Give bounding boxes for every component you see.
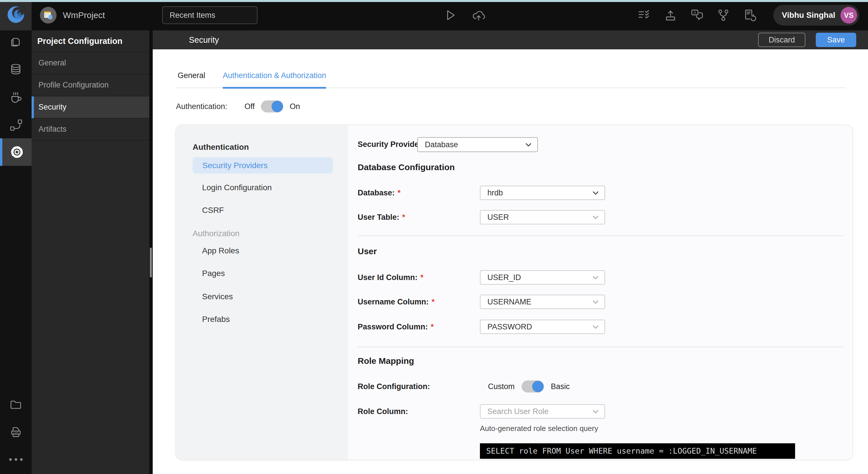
role-column-row: Role Column: Search User Role [358,404,847,419]
nav-item-csrf[interactable]: CSRF [202,206,224,215]
database-select[interactable]: hrdb [480,186,605,200]
sidebar-item-general[interactable]: General [32,52,149,74]
sidebar-item-security[interactable]: Security [32,96,149,119]
user-table-label: User Table:* [358,213,405,222]
authentication-label: Authentication: [176,102,227,111]
nav-item-services[interactable]: Services [202,292,233,301]
security-provider-row: Security Provider Database [358,137,847,152]
user-id-column-label: User Id Column:* [358,273,423,282]
chevron-down-icon [593,189,598,195]
toggle-on-label: On [290,102,300,111]
chevron-down-icon [593,214,598,219]
authorization-section-header: Authorization [193,229,239,238]
sidebar-item-profile-configuration[interactable]: Profile Configuration [32,74,149,96]
play-icon[interactable] [443,8,457,22]
switch-knob [532,381,544,392]
username-column-label: Username Column:* [358,297,435,307]
apis-icon[interactable] [0,114,32,136]
authentication-toggle-row: Authentication: Off On [176,100,300,113]
nav-item-login-configuration[interactable]: Login Configuration [202,183,272,192]
java-services-icon[interactable] [0,86,32,109]
recent-items-dropdown[interactable]: Recent Items [162,6,257,24]
security-inner-nav: Authentication Security Providers Login … [176,125,348,460]
nav-item-prefabs[interactable]: Prefabs [202,315,230,324]
wavemaker-wave-icon [6,5,26,26]
settings-gear-icon[interactable] [0,138,32,166]
nav-item-pages[interactable]: Pages [202,269,225,278]
discard-button[interactable]: Discard [758,33,805,47]
password-column-label: Password Column:* [358,322,434,331]
file-sync-icon[interactable] [743,8,756,22]
nav-item-app-roles[interactable]: App Roles [202,246,239,255]
more-dots-icon[interactable] [0,448,32,471]
role-configuration-toggle-group: Custom Basic [488,379,570,394]
project-chip[interactable]: WmProject [40,0,105,30]
database-label: Database:* [358,189,401,197]
required-asterisk: * [421,273,424,282]
username-column-select[interactable]: USERNAME [480,295,605,309]
security-provider-form: Security Provider Database Database Conf… [348,125,852,460]
project-icon [40,7,57,24]
logs-icon[interactable]: LOG [0,421,32,444]
checklist-icon[interactable] [637,8,651,22]
password-column-select[interactable]: PASSWORD [480,320,605,334]
save-button[interactable]: Save [816,33,856,47]
branch-icon[interactable] [716,8,730,22]
folder-icon[interactable] [0,393,32,416]
security-provider-value: Database [425,140,458,149]
pages-icon[interactable] [0,31,32,53]
password-column-value: PASSWORD [487,322,532,331]
database-configuration-heading: Database Configuration [358,162,455,172]
required-asterisk: * [402,213,405,222]
authentication-switch[interactable] [261,100,283,113]
username-column-row: Username Column:* USERNAME [358,294,847,309]
database-row: Database:* hrdb [358,185,847,200]
tab-general[interactable]: General [178,71,205,88]
svg-text:LOG: LOG [13,431,19,434]
nav-item-security-providers[interactable]: Security Providers [193,157,333,173]
user-id-column-select[interactable]: USER_ID [480,270,605,285]
wavemaker-logo-button[interactable] [0,0,32,30]
role-selection-query-code: SELECT role FROM User WHERE username = :… [480,443,795,459]
security-tabs: General Authentication & Authorization [175,71,846,88]
authentication-section-header: Authentication [193,143,249,152]
database-icon[interactable] [0,58,32,80]
scrollbar-thumb[interactable] [150,248,152,278]
section-divider [358,235,843,236]
topbar: WmProject Recent Items [0,0,868,30]
sidebar-item-artifacts[interactable]: Artifacts [32,119,149,140]
user-id-column-row: User Id Column:* USER_ID [358,270,847,285]
role-basic-label: Basic [551,382,570,391]
user-table-row: User Table:* USER [358,210,847,225]
role-column-label: Role Column: [358,407,408,416]
recent-items-label: Recent Items [169,11,215,20]
window-accent-strip [0,0,868,2]
cloud-upload-icon[interactable] [472,8,485,22]
ellipsis-dots [9,458,23,461]
role-configuration-switch[interactable] [522,380,544,392]
project-config-panel: Project Configuration General Profile Co… [32,30,149,474]
user-menu[interactable]: Vibhu Singhal VS [773,5,859,26]
query-caption: Auto-generated role selection query [480,424,598,433]
main-content: Security Discard Save General Authentica… [153,30,868,474]
chevron-down-icon [593,408,598,413]
chevron-down-icon [593,323,598,329]
database-value: hrdb [487,189,503,197]
password-column-row: Password Column:* PASSWORD [358,319,847,334]
role-column-select[interactable]: Search User Role [480,404,605,419]
user-id-column-value: USER_ID [487,273,521,282]
security-provider-select[interactable]: Database [417,137,538,152]
user-avatar: VS [840,7,857,24]
tab-authentication-authorization[interactable]: Authentication & Authorization [223,71,326,88]
export-icon[interactable] [663,8,677,22]
username-column-value: USERNAME [487,297,531,307]
run-actions [443,0,485,30]
translate-icon[interactable]: A [690,8,704,22]
role-custom-label: Custom [488,382,515,391]
toggle-off-label: Off [245,102,255,111]
project-name: WmProject [63,10,105,20]
icon-rail: LOG [0,30,32,474]
user-heading: User [358,247,377,256]
user-table-select[interactable]: USER [480,210,605,224]
user-table-value: USER [487,213,509,222]
